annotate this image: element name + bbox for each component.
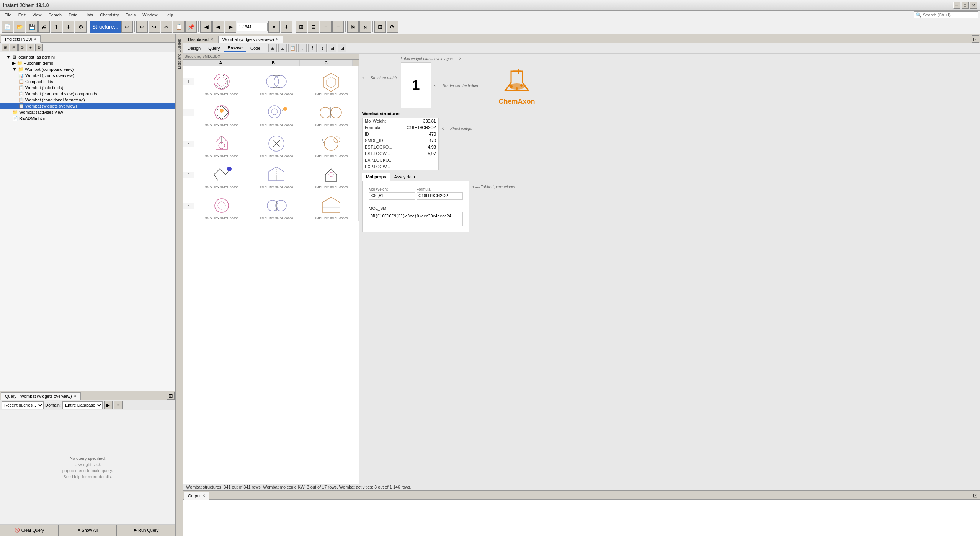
browse-btn5[interactable]: ⭱ (308, 44, 317, 52)
widgets-tab-close[interactable]: ✕ (276, 37, 279, 41)
projects-tab-close[interactable]: ✕ (33, 37, 36, 41)
grid-btn1[interactable]: ⊞ (296, 21, 307, 33)
menu-chemistry[interactable]: Chemistry (97, 12, 122, 18)
query-browse-tab[interactable]: Query (205, 45, 223, 51)
output-tab-close[interactable]: ✕ (202, 494, 205, 498)
grid-cell-5a[interactable]: SMDL.IDX SMDL-00000 (194, 190, 249, 221)
grid-cell-4c[interactable]: SMDL.IDX SMDL-00000 (304, 159, 359, 190)
copy2-button[interactable]: ⎘ (347, 21, 359, 33)
widgets-tab[interactable]: Wombat (widgets overview) ✕ (218, 36, 283, 43)
grid-cell-2b[interactable]: SMDL.IDX SMDL-00000 (249, 97, 304, 128)
expand-button[interactable]: ⬇ (281, 21, 292, 33)
output-maximize-btn[interactable]: ⊡ (972, 492, 979, 499)
dashboard-tab[interactable]: Dashboard ✕ (184, 36, 217, 43)
lists-queries-tab[interactable]: Lists and Queries (176, 36, 182, 72)
menu-file[interactable]: File (2, 12, 15, 18)
browse-btn1[interactable]: ⊞ (268, 44, 277, 52)
sync-btn[interactable]: ⟳ (387, 21, 398, 33)
grid-btn4[interactable]: ≡ (332, 21, 344, 33)
menu-data[interactable]: Data (65, 12, 80, 18)
cut-button[interactable]: ✂ (161, 21, 172, 33)
projects-tab[interactable]: Projects [NB9] ✕ (1, 35, 41, 43)
design-tab[interactable]: Design (185, 45, 204, 51)
browse-btn8[interactable]: ⊡ (338, 44, 346, 52)
save-button[interactable]: 💾 (26, 21, 38, 33)
browse-btn6[interactable]: ↕ (318, 44, 327, 52)
paste2-button[interactable]: ⎗ (359, 21, 371, 33)
tree-item-readme[interactable]: 📄 README.html (0, 115, 175, 121)
grid-cell-1b[interactable]: SMDL.IDX SMDL-00000 (249, 66, 304, 97)
tree-item-compounds[interactable]: 📋 Wombat (compound view) compounds (0, 91, 175, 97)
grid-btn2[interactable]: ⊟ (308, 21, 319, 33)
grid-cell-1a[interactable]: SMDL.IDX SMDL-00000 (194, 66, 249, 97)
tree-item-widgets[interactable]: 📋 Wombat (widgets overview) (0, 103, 175, 109)
tree-item-compact[interactable]: 📋 Compact fields (0, 78, 175, 85)
grid-cell-5c[interactable]: SMDL.IDX SMDL-00000 (304, 190, 359, 221)
right-expand-btn[interactable]: ⊡ (972, 35, 979, 43)
menu-help[interactable]: Help (161, 12, 176, 18)
query-maximize-btn[interactable]: ⊡ (167, 392, 175, 400)
tree-collapse-btn[interactable]: ⊟ (10, 44, 18, 51)
grid-cell-2c[interactable]: SMDL.IDX SMDL-00000 (304, 97, 359, 128)
output-tab[interactable]: Output ✕ (184, 492, 209, 500)
browse-btn4[interactable]: ⭳ (298, 44, 307, 52)
redo-button[interactable]: ↪ (149, 21, 160, 33)
grid-cell-3c[interactable]: SMDL.IDX SMDL-00000 (304, 128, 359, 159)
dashboard-tab-close[interactable]: ✕ (210, 37, 213, 41)
prev-button[interactable]: ◀ (212, 21, 224, 33)
query-run-btn[interactable]: ▶ (104, 401, 113, 409)
assay-data-tab[interactable]: Assay data (390, 173, 419, 181)
menu-view[interactable]: View (29, 12, 45, 18)
grid-cell-4a[interactable]: SMDL.IDX SMDL-00000 (194, 159, 249, 190)
structure-button[interactable]: Structure... (90, 21, 121, 33)
recent-queries-select[interactable]: Recent queries... (2, 401, 44, 409)
menu-window[interactable]: Window (139, 12, 160, 18)
query-tab[interactable]: Query - Wombat (widgets overview) ✕ (1, 392, 81, 400)
paste-button[interactable]: 📌 (185, 21, 197, 33)
print-button[interactable]: 🖨 (38, 21, 50, 33)
menu-lists[interactable]: Lists (81, 12, 96, 18)
copy-button[interactable]: 📋 (173, 21, 185, 33)
grid-btn3[interactable]: ≡ (320, 21, 332, 33)
undo2-button[interactable]: ↩ (136, 21, 148, 33)
search-bar[interactable]: 🔍 (914, 11, 978, 18)
domain-select[interactable]: Entire Database (62, 401, 103, 409)
code-tab[interactable]: Code (247, 45, 263, 51)
layout-btn[interactable]: ⊡ (374, 21, 386, 33)
run-query-button[interactable]: ▶ Run Query (117, 525, 175, 536)
tree-props-btn[interactable]: ⚙ (35, 44, 43, 51)
tree-item-calc[interactable]: 📋 Wombat (calc fields) (0, 85, 175, 91)
undo-button[interactable]: ↩ (121, 21, 133, 33)
open-button[interactable]: 📂 (14, 21, 25, 33)
export-button[interactable]: ⬆ (51, 21, 62, 33)
tree-item-pubchem[interactable]: ▶ 📁 Pubchem demo (0, 60, 175, 66)
first-button[interactable]: |◀ (200, 21, 212, 33)
grid-cell-3b[interactable]: SMDL.IDX SMDL-00000 (249, 128, 304, 159)
tree-item-charts[interactable]: 📊 Wombat (charts overview) (0, 72, 175, 78)
search-input[interactable] (923, 13, 977, 17)
tree-add-btn[interactable]: + (27, 44, 34, 51)
menu-edit[interactable]: Edit (15, 12, 29, 18)
tree-item-activities[interactable]: 📁 Wombat (activities view) (0, 109, 175, 115)
grid-cell-2a[interactable]: SMDL.IDX SMDL-00000 (194, 97, 249, 128)
menu-tools[interactable]: Tools (123, 12, 139, 18)
mol-props-tab[interactable]: Mol props (362, 173, 390, 181)
query-tab-close[interactable]: ✕ (74, 394, 77, 398)
browse-btn3[interactable]: 📋 (288, 44, 297, 52)
record-nav-input[interactable] (237, 23, 268, 31)
new-button[interactable]: 📄 (2, 21, 13, 33)
clear-query-button[interactable]: 🚫 Clear Query (0, 525, 59, 536)
tool-button[interactable]: ⚙ (75, 21, 87, 33)
tree-item-wombat-compound[interactable]: ▼ 📁 Wombat (compound view) (0, 66, 175, 72)
next-button[interactable]: ▶ (225, 21, 236, 33)
close-button[interactable]: ✕ (970, 2, 977, 9)
grid-scroll[interactable]: 1 SMDL. (183, 66, 359, 477)
browse-btn2[interactable]: ⊡ (278, 44, 287, 52)
show-all-button[interactable]: ≡ Show All (59, 525, 117, 536)
query-settings-btn[interactable]: ≡ (114, 401, 122, 409)
minimize-button[interactable]: ─ (953, 2, 960, 9)
maximize-button[interactable]: □ (962, 2, 969, 9)
import-button[interactable]: ⬇ (63, 21, 74, 33)
tree-refresh-btn[interactable]: ⟳ (18, 44, 26, 51)
grid-cell-5b[interactable]: SMDL.IDX SMDL-00000 (249, 190, 304, 221)
